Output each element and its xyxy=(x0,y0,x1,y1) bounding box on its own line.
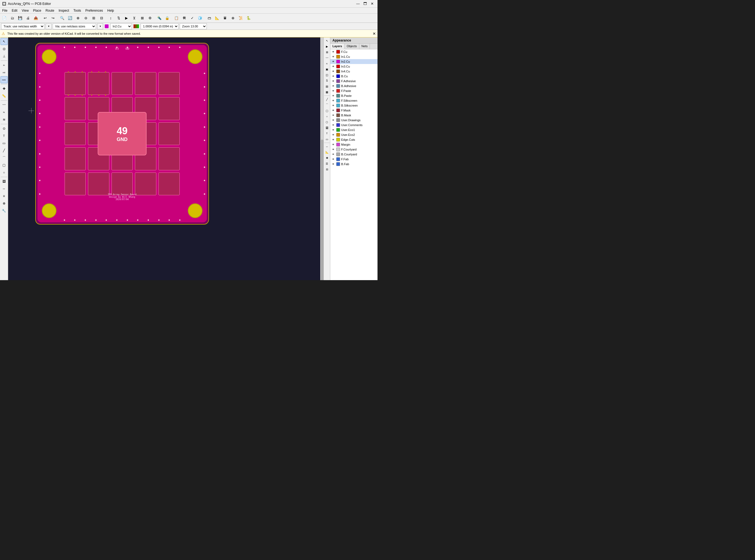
layer-visibility-f.cu[interactable]: 👁 xyxy=(331,51,335,53)
diff-button[interactable]: ⊕ xyxy=(229,14,237,22)
scripting-tool[interactable]: ≡ xyxy=(1,193,7,200)
via-size-select[interactable]: Via: use netclass sizes xyxy=(53,23,96,29)
highlight-net-tool[interactable]: ◎ xyxy=(1,45,7,52)
zoom-in-button[interactable]: ⊕ xyxy=(74,14,82,22)
python-button[interactable]: 🐍 xyxy=(245,14,252,22)
drc-button[interactable]: ✓ xyxy=(188,14,196,22)
add-rect-tool[interactable]: ▢ xyxy=(1,162,7,169)
image-tool-rt[interactable]: 🖼 xyxy=(324,125,330,131)
layer-item-b-adhesive[interactable]: 👁B.Adhesive xyxy=(330,83,377,88)
snap-tool[interactable]: ✚ xyxy=(1,85,7,92)
add-image-tool[interactable]: 🖼 xyxy=(1,178,7,185)
layer-visibility-b.courtyard[interactable]: 👁 xyxy=(331,153,335,156)
3d-button[interactable]: 🧊 xyxy=(196,14,204,22)
fanout-tool[interactable]: ≋ xyxy=(1,116,7,123)
layer-visibility-in2.cu[interactable]: 👁 xyxy=(331,60,335,63)
layer-item-f-paste[interactable]: 👁F.Paste xyxy=(330,88,377,93)
lock-button[interactable]: 🔒 xyxy=(163,14,171,22)
layer-item-user-eco2[interactable]: 👁User.Eco2 xyxy=(330,132,377,137)
layer-item-in1-cu[interactable]: 👁In1.Cu xyxy=(330,54,377,59)
layer-item-f-mask[interactable]: 👁F.Mask xyxy=(330,108,377,113)
add-circle-tool[interactable]: ○ xyxy=(1,169,7,176)
unroute-button[interactable]: ⊠ xyxy=(138,14,146,22)
add-dim-tool[interactable]: ↔ xyxy=(1,185,7,192)
via-size-arrow[interactable]: ▾ xyxy=(97,23,103,29)
local-ratsnest-tool[interactable]: ⊥ xyxy=(1,53,7,60)
layer-visibility-user.eco1[interactable]: 👁 xyxy=(331,128,335,131)
layer-visibility-user.eco2[interactable]: 👁 xyxy=(331,134,335,136)
width-select[interactable]: 1.0000 mm (0.0394 in) xyxy=(140,23,178,29)
layer-select[interactable]: In2.Cu xyxy=(110,23,132,29)
layer-visibility-margin[interactable]: 👁 xyxy=(331,143,335,146)
add-text-tool[interactable]: T xyxy=(1,132,7,139)
rect-tool-rt[interactable]: ▢ xyxy=(324,108,330,113)
flip2-button[interactable]: ⇅ xyxy=(115,14,122,22)
search-button[interactable]: 🔍 xyxy=(58,14,66,22)
board-setup-button[interactable]: 🛠 xyxy=(180,14,188,22)
layer-visibility-b.adhesive[interactable]: 👁 xyxy=(331,85,335,87)
track-width-arrow[interactable]: ▾ xyxy=(45,23,52,29)
layer-visibility-in1.cu[interactable]: 👁 xyxy=(331,55,335,58)
export-button[interactable]: 📤 xyxy=(32,14,40,22)
layer-visibility-b.fab[interactable]: 👁 xyxy=(331,163,335,165)
ruler-tool-rt[interactable]: 📐 xyxy=(324,149,330,155)
netlist-button[interactable]: 📋 xyxy=(173,14,180,22)
poly-tool-rt[interactable]: ⬡ xyxy=(324,119,330,125)
layer-item-f-adhesive[interactable]: 👁F.Adhesive xyxy=(330,79,377,83)
textbox-tool-rt[interactable]: ▭ xyxy=(324,136,330,142)
layer-item-user-drawings[interactable]: 👁User.Drawings xyxy=(330,118,377,123)
push-tool-rt[interactable]: ▶ xyxy=(324,44,330,49)
open-button[interactable]: 🗂 xyxy=(8,14,16,22)
menu-item-place[interactable]: Place xyxy=(31,8,43,13)
layer-item-user-comments[interactable]: 👁User.Comments xyxy=(330,123,377,127)
print-button[interactable]: 🖨 xyxy=(24,14,32,22)
zoom-select[interactable]: Zoom 13.00 xyxy=(180,23,207,29)
maximize-button[interactable]: 🗖 xyxy=(362,1,368,7)
snap2-tool-rt[interactable]: ✚ xyxy=(324,155,330,161)
pcb-board[interactable]: 49 GND IMU Array Sensor Board Design by … xyxy=(35,43,209,224)
mil-button[interactable]: mil xyxy=(1,69,7,76)
add-arc-tool[interactable]: ⌒ xyxy=(1,154,7,161)
layer-item-b-mask[interactable]: 👁B.Mask xyxy=(330,113,377,118)
layer-item-f-fab[interactable]: 👁F.Fab xyxy=(330,157,377,162)
cursor-tool-rt[interactable]: ↖ xyxy=(324,38,330,43)
new-button[interactable]: 📄 xyxy=(1,14,8,22)
undo-button[interactable]: ↩ xyxy=(41,14,49,22)
route-single-tool[interactable]: 〰 xyxy=(1,101,7,108)
layer-item-user-eco1[interactable]: 👁User.Eco1 xyxy=(330,127,377,132)
tab-layers[interactable]: Layers xyxy=(330,44,344,49)
flip-button[interactable]: ↕ xyxy=(107,14,115,22)
route-button[interactable]: ▶ xyxy=(123,14,130,22)
zoom-area-button[interactable]: ⊟ xyxy=(98,14,105,22)
inch-button[interactable]: in xyxy=(1,62,7,68)
dim-tool-rt[interactable]: ↔ xyxy=(324,144,330,149)
layer-visibility-user.drawings[interactable]: 👁 xyxy=(331,119,335,121)
copper-tool-rt[interactable]: ≈ xyxy=(324,61,330,66)
layer-visibility-f.courtyard[interactable]: 👁 xyxy=(331,148,335,151)
layer-visibility-f.adhesive[interactable]: 👁 xyxy=(331,80,335,82)
add-zone-tool[interactable]: ▭ xyxy=(1,140,7,147)
canvas-scrollbar-v[interactable] xyxy=(320,37,324,280)
save-button[interactable]: 💾 xyxy=(16,14,24,22)
courtyard-tool-rt[interactable]: ▣ xyxy=(324,66,330,72)
calculator-button[interactable]: 🖩 xyxy=(221,14,229,22)
layer-visibility-b.silkscreen[interactable]: 👁 xyxy=(331,104,335,107)
track-width-select[interactable]: Track: use netclass width xyxy=(1,23,44,29)
layer-item-b-cu[interactable]: 👁B.Cu xyxy=(330,74,377,79)
ratsnest-tool-rt[interactable]: 〰 xyxy=(324,55,330,60)
menu-item-route[interactable]: Route xyxy=(43,8,56,13)
scroll-thumb-v[interactable] xyxy=(321,140,324,280)
highlight-button[interactable]: 🔦 xyxy=(155,14,163,22)
layer-visibility-edge.cuts[interactable]: 👁 xyxy=(331,138,335,141)
layer-visibility-f.mask[interactable]: 👁 xyxy=(331,109,335,112)
layer-item-f-silkscreen[interactable]: 👁F.Silkscreen xyxy=(330,98,377,103)
select-tool[interactable]: ↖ xyxy=(1,38,7,45)
layer-item-in4-cu[interactable]: 👁In4.Cu xyxy=(330,69,377,74)
menu-item-view[interactable]: View xyxy=(20,8,31,13)
schematic-button[interactable]: 📐 xyxy=(213,14,221,22)
layer-visibility-b.mask[interactable]: 👁 xyxy=(331,114,335,117)
mask-tool-rt[interactable]: ▤ xyxy=(324,83,330,89)
layer-visibility-f.paste[interactable]: 👁 xyxy=(331,89,335,92)
route-diff-tool[interactable]: ≈ xyxy=(1,109,7,116)
menu-item-preferences[interactable]: Preferences xyxy=(83,8,105,13)
